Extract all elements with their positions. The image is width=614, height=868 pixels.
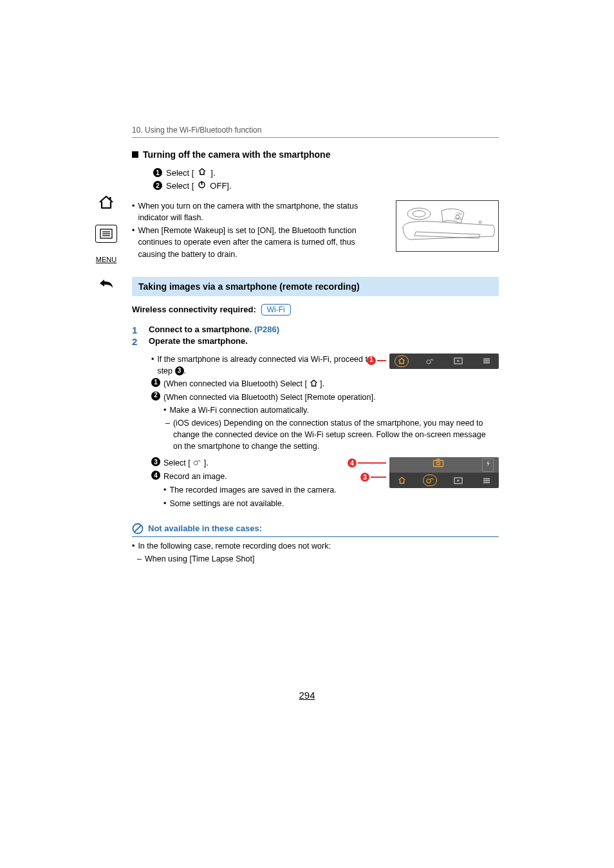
svg-point-25 bbox=[194, 461, 198, 465]
callout-3: 3 bbox=[360, 473, 369, 482]
sidebar-nav: MENU bbox=[93, 194, 119, 292]
app-home-icon[interactable] bbox=[395, 355, 409, 367]
info-text: •When you turn on the camera with the sm… bbox=[132, 200, 383, 260]
not-available-body: •In the following case, remote recording… bbox=[132, 540, 499, 566]
callout-1: 1 bbox=[367, 356, 376, 365]
svg-rect-0 bbox=[109, 197, 111, 200]
section-heading: Taking images via a smartphone (remote r… bbox=[132, 277, 499, 296]
step-number-1: 1 bbox=[153, 168, 162, 177]
app-flash-icon[interactable] bbox=[482, 458, 494, 472]
wifi-tag: Wi-Fi bbox=[261, 304, 291, 316]
page-ref-link[interactable]: (P286) bbox=[254, 325, 279, 334]
app-remote-icon[interactable] bbox=[423, 355, 437, 367]
svg-point-7 bbox=[407, 208, 431, 220]
home-icon[interactable] bbox=[98, 194, 115, 212]
svg-point-19 bbox=[437, 462, 440, 465]
app-toolbar-top bbox=[389, 354, 499, 369]
not-available-heading: Not available in these cases: bbox=[132, 523, 499, 537]
connectivity-required: Wireless connectivity required: Wi-Fi bbox=[132, 304, 499, 316]
app-remote-icon-2[interactable] bbox=[423, 475, 437, 486]
sub-step-3: 3 bbox=[151, 457, 160, 466]
sub-step-2: 2 bbox=[151, 392, 160, 401]
sub-step-1: 1 bbox=[151, 378, 160, 387]
app-menu-icon-2[interactable] bbox=[479, 475, 494, 486]
power-icon bbox=[198, 180, 206, 191]
back-icon[interactable] bbox=[97, 276, 115, 292]
remote-small-icon bbox=[192, 459, 201, 468]
svg-point-8 bbox=[413, 211, 425, 217]
page-number[interactable]: 294 bbox=[0, 690, 614, 701]
callout-4: 4 bbox=[348, 458, 357, 467]
subheading-turn-off: Turning off the camera with the smartpho… bbox=[132, 149, 499, 160]
home-small-icon bbox=[310, 380, 318, 389]
turnoff-step-1: 1 Select [ ]. bbox=[153, 167, 499, 178]
menu-link[interactable]: MENU bbox=[96, 256, 116, 263]
turnoff-step-2: 2 Select [ OFF]. bbox=[153, 180, 499, 191]
toc-icon[interactable] bbox=[95, 225, 117, 243]
app-home-icon-2[interactable] bbox=[395, 475, 409, 486]
app-toolbar-dual bbox=[389, 457, 499, 488]
main-step-2: 2 Operate the smartphone. bbox=[132, 336, 499, 347]
main-step-1: 1 Connect to a smartphone. (P286) bbox=[132, 325, 499, 335]
sub-step-4: 4 bbox=[151, 471, 160, 480]
svg-point-13 bbox=[427, 360, 431, 364]
app-play-icon-2[interactable] bbox=[451, 475, 465, 486]
subheading-text: Turning off the camera with the smartpho… bbox=[143, 149, 330, 160]
square-bullet-icon bbox=[132, 151, 138, 158]
svg-line-27 bbox=[135, 525, 141, 532]
app-menu-icon[interactable] bbox=[479, 355, 494, 367]
svg-point-20 bbox=[427, 479, 431, 483]
app-camera-icon[interactable] bbox=[433, 458, 444, 471]
home-small-icon bbox=[198, 167, 207, 178]
camera-illustration: ON OFF bbox=[396, 200, 499, 252]
chapter-title: 10. Using the Wi-Fi/Bluetooth function bbox=[132, 126, 499, 138]
app-play-icon[interactable] bbox=[451, 355, 465, 367]
step-number-2: 2 bbox=[153, 181, 162, 190]
svg-point-12 bbox=[479, 221, 481, 223]
prohibit-icon bbox=[132, 523, 144, 534]
